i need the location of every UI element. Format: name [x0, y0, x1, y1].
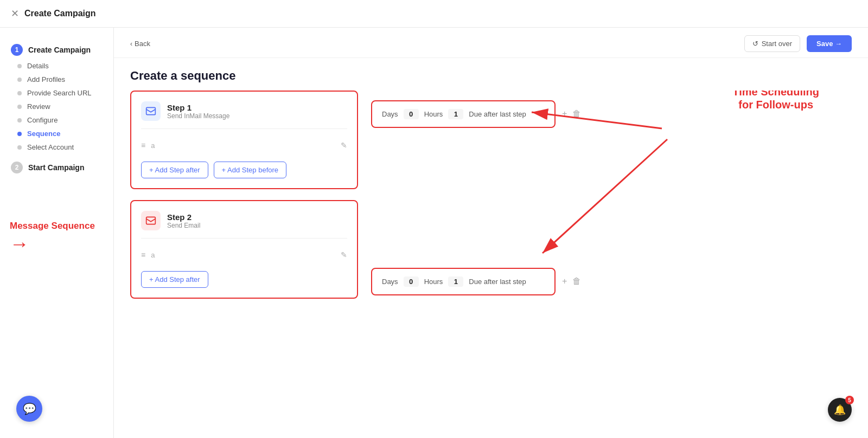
sidebar-item-provide-search-url[interactable]: Provide Search URL [0, 86, 113, 100]
step1-label: Create Campaign [28, 46, 91, 54]
details-dot [17, 64, 22, 68]
days-value-2: 0 [404, 276, 419, 287]
step1-card: Step 1 Send InMail Message ≡ a ✎ + Add S… [130, 91, 358, 189]
header-right: ↺ Start over Save → [744, 35, 852, 52]
hours-label-1: Hours [424, 110, 443, 118]
timing-actions-2: + 🗑 [562, 276, 581, 286]
step1-content-text: a [151, 141, 155, 150]
days-label-2: Days [382, 278, 398, 286]
step2-info: Step 2 Send Email [167, 212, 200, 229]
sidebar-section-2: 2 Start Campaign [0, 158, 113, 177]
chevron-left-icon: ‹ [130, 40, 132, 48]
due-label-1: Due after last step [469, 110, 526, 118]
days-label-1: Days [382, 110, 398, 118]
sidebar-item-add-profiles[interactable]: Add Profiles [0, 73, 113, 86]
back-button[interactable]: ‹ Back [130, 40, 150, 48]
step1-number: 1 [11, 44, 23, 56]
chat-button[interactable]: 💬 [16, 396, 42, 422]
chat-icon: 💬 [23, 402, 36, 415]
step2-card: Step 2 Send Email ≡ a ✎ + Add Step after [130, 200, 358, 299]
notification-button[interactable]: 🔔 5 [828, 398, 852, 422]
sidebar-item-sequence[interactable]: Sequence [0, 127, 113, 140]
close-icon[interactable]: ✕ [11, 8, 19, 20]
timing-box-2: Days 0 Hours 1 Due after last step [371, 268, 556, 295]
sidebar-item-review[interactable]: Review [0, 100, 113, 113]
select-account-dot [17, 145, 22, 150]
edit-icon-step1[interactable]: ✎ [341, 141, 347, 150]
step1-content: ≡ a ✎ [141, 137, 347, 154]
add-timing-button-1[interactable]: + [562, 109, 567, 119]
timing-row-2: Days 0 Hours 1 Due after last step + 🗑 [371, 258, 852, 295]
sequence-label: Sequence [27, 130, 60, 138]
step2-actions: + Add Step after [141, 271, 347, 288]
back-label: Back [135, 40, 150, 48]
step2-content: ≡ a ✎ [141, 246, 347, 263]
page-title-bar: Create a sequence [114, 58, 868, 91]
content-area: ‹ Back ↺ Start over Save → Create a sequ… [114, 28, 868, 438]
step2-subtitle: Send Email [167, 222, 200, 229]
configure-dot [17, 118, 22, 123]
sidebar-item-details[interactable]: Details [0, 59, 113, 73]
sidebar-step-2[interactable]: 2 Start Campaign [0, 158, 113, 177]
message-sequence-arrow: → [10, 234, 108, 254]
hamburger-icon: ≡ [141, 141, 145, 150]
start-over-label: Start over [762, 40, 792, 48]
add-step-before-button-1[interactable]: + Add Step before [214, 162, 286, 178]
hamburger-icon-2: ≡ [141, 250, 145, 259]
save-button[interactable]: Save → [807, 35, 852, 52]
add-profiles-dot [17, 78, 22, 82]
edit-icon-step2[interactable]: ✎ [341, 250, 347, 259]
days-value-1: 0 [404, 109, 419, 119]
step1-header: Step 1 Send InMail Message [141, 101, 347, 129]
sidebar-item-configure[interactable]: Configure [0, 113, 113, 127]
save-label: Save → [816, 40, 842, 48]
step1-subtitle: Send InMail Message [167, 112, 229, 120]
annotation-arrows [358, 91, 852, 422]
time-scheduling-annotation: Time Scheduling for Follow-ups [732, 91, 819, 111]
configure-label: Configure [27, 116, 58, 124]
due-label-2: Due after last step [469, 278, 526, 286]
sidebar: 1 Create Campaign Details Add Profiles P… [0, 28, 114, 438]
time-scheduling-text: Time Scheduling for Follow-ups [732, 91, 819, 111]
timing-actions-1: + 🗑 [562, 109, 581, 119]
add-profiles-label: Add Profiles [27, 75, 65, 83]
delete-timing-button-2[interactable]: 🗑 [572, 276, 581, 286]
step1-info: Step 1 Send InMail Message [167, 103, 229, 120]
hours-label-2: Hours [424, 278, 443, 286]
provide-search-label: Provide Search URL [27, 89, 92, 97]
sidebar-item-select-account[interactable]: Select Account [0, 140, 113, 154]
sequence-dot [17, 132, 22, 136]
delete-timing-button-1[interactable]: 🗑 [572, 109, 581, 119]
provide-search-dot [17, 91, 22, 95]
message-sequence-annotation: Message Sequence → [0, 220, 113, 254]
svg-line-4 [542, 139, 667, 253]
step2-header: Step 2 Send Email [141, 211, 347, 239]
notification-badge: 5 [845, 396, 854, 404]
hours-value-1: 1 [448, 109, 463, 119]
add-step-after-button-2[interactable]: + Add Step after [141, 271, 208, 288]
add-timing-button-2[interactable]: + [562, 276, 567, 286]
review-label: Review [27, 102, 50, 111]
sidebar-step-1[interactable]: 1 Create Campaign [0, 41, 113, 59]
step2-label: Start Campaign [28, 163, 84, 172]
step2-number: 2 [11, 162, 23, 173]
step1-title: Step 1 [167, 103, 229, 112]
timing-annotation-column: Days 0 Hours 1 Due after last step + 🗑 D… [358, 91, 852, 422]
step2-content-text: a [151, 251, 155, 259]
step1-actions: + Add Step after + Add Step before [141, 162, 347, 178]
main-layout: 1 Create Campaign Details Add Profiles P… [0, 28, 868, 438]
hours-value-2: 1 [448, 276, 463, 287]
top-bar: ✕ Create Campaign [0, 0, 868, 28]
message-sequence-text: Message Sequence [10, 220, 108, 232]
app-title: Create Campaign [24, 9, 96, 18]
add-step-after-button-1[interactable]: + Add Step after [141, 162, 208, 178]
bell-icon: 🔔 [834, 404, 846, 416]
sidebar-section-1: 1 Create Campaign Details Add Profiles P… [0, 41, 113, 154]
review-dot [17, 105, 22, 109]
start-over-button[interactable]: ↺ Start over [744, 35, 800, 52]
step1-icon [141, 101, 161, 121]
timing-box-1: Days 0 Hours 1 Due after last step [371, 100, 556, 128]
svg-rect-0 [146, 107, 156, 114]
details-label: Details [27, 62, 49, 70]
select-account-label: Select Account [27, 143, 74, 151]
